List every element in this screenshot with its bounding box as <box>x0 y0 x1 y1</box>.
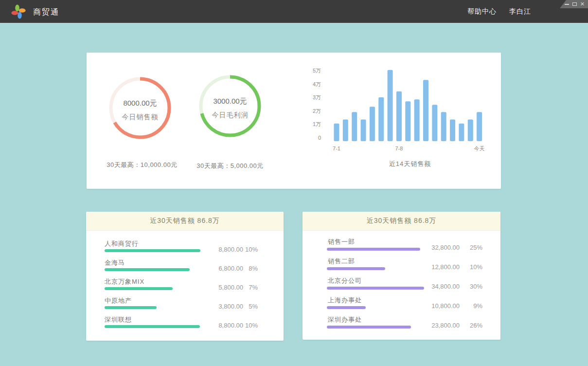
customer-rank-card: 近30天销售额 86.8万 人和商贸行8,800.0010%金海马6,800.0… <box>86 212 284 341</box>
rank-amount: 3,800.00 <box>199 303 243 310</box>
chart-bar <box>352 112 357 141</box>
rank-row: 金海马6,800.008% <box>86 258 284 278</box>
today-sales-gauge: 8000.00元 今日销售额 <box>107 75 173 141</box>
y-axis-tick: 1万 <box>313 121 321 127</box>
app-title: 商贸通 <box>33 7 59 18</box>
chart-bar <box>414 99 420 141</box>
rank-row: 中原地产3,800.005% <box>86 296 284 316</box>
rank-row: 人和商贸行8,800.0010% <box>86 239 284 259</box>
topbar: 商贸通 帮助中心 李白江 ✕ <box>0 0 588 23</box>
rank-bar <box>327 306 366 309</box>
today-sales-ring-icon <box>107 75 173 141</box>
rank-values: 23,800.0026% <box>416 322 482 329</box>
rank-amount: 32,800.00 <box>416 244 460 251</box>
rank-row: 销售二部12,800.0010% <box>303 257 500 276</box>
rank-bar <box>105 325 200 328</box>
overview-card: 8000.00元 今日销售额 30天最高：10,000.00元 3000.00元… <box>87 53 501 189</box>
rank-bar <box>105 287 173 290</box>
rank-percent: 9% <box>460 302 482 310</box>
sales-chart-title: 近14天销售额 <box>361 160 459 168</box>
chart-bar <box>334 124 339 141</box>
rank-values: 12,800.0010% <box>416 263 482 271</box>
y-axis-tick: 3万 <box>313 94 321 100</box>
rank-row: 深圳办事处23,800.0026% <box>303 315 500 335</box>
x-axis-label: 7-8 <box>395 146 403 151</box>
customer-rank-title: 近30天销售额 86.8万 <box>86 212 284 231</box>
chart-bar <box>343 119 348 141</box>
today-sales-value: 8000.00元 <box>107 99 173 108</box>
rank-label: 北京万象MIX <box>105 277 144 286</box>
rank-percent: 30% <box>460 283 482 290</box>
sales-chart-area: 01万2万3万4万5万7-17-8今天 <box>311 63 492 157</box>
rank-values: 3,800.005% <box>199 303 258 310</box>
maximize-icon[interactable] <box>572 2 577 6</box>
rank-row: 上海办事处10,800.009% <box>303 296 500 315</box>
rank-percent: 7% <box>243 284 258 291</box>
rank-bar <box>327 248 420 251</box>
profit-30d-max: 30天最高：5,000.00元 <box>177 162 284 170</box>
today-sales-label: 今日销售额 <box>107 113 173 122</box>
x-axis-label: 7-1 <box>333 146 340 151</box>
chart-bar <box>405 101 410 141</box>
y-axis-tick: 5万 <box>313 68 321 73</box>
rank-amount: 8,800.00 <box>199 246 243 253</box>
today-profit-gauge: 3000.00元 今日毛利润 <box>197 73 263 139</box>
chart-bar <box>396 92 402 141</box>
topbar-links: 帮助中心 李白江 <box>467 0 531 23</box>
department-rank-card: 近30天销售额 86.8万 销售一部32,800.0025%销售二部12,800… <box>303 212 500 340</box>
rank-amount: 5,800.00 <box>199 284 243 291</box>
chart-bar <box>370 107 375 141</box>
chart-bar <box>450 119 455 141</box>
rank-row: 深圳联想8,800.0010% <box>86 315 284 335</box>
pinwheel-logo-icon <box>11 4 26 19</box>
rank-label: 北京分公司 <box>328 276 362 285</box>
rank-label: 中原地产 <box>105 296 132 305</box>
rank-bar <box>327 287 424 290</box>
user-menu[interactable]: 李白江 <box>509 7 531 16</box>
rank-row: 销售一部32,800.0025% <box>303 238 500 257</box>
rank-values: 10,800.009% <box>416 302 482 310</box>
rank-label: 深圳办事处 <box>328 315 362 324</box>
rank-values: 5,800.007% <box>199 284 258 291</box>
rank-label: 销售二部 <box>328 257 355 266</box>
rank-percent: 26% <box>460 322 482 329</box>
rank-label: 销售一部 <box>328 238 355 246</box>
rank-amount: 34,800.00 <box>416 283 460 290</box>
minimize-icon[interactable] <box>565 4 569 5</box>
rank-amount: 12,800.00 <box>416 263 460 271</box>
rank-amount: 23,800.00 <box>416 322 460 329</box>
window-controls: ✕ <box>560 0 588 8</box>
rank-percent: 5% <box>243 303 258 310</box>
department-rank-title: 近30天销售额 86.8万 <box>303 212 500 231</box>
y-axis-tick: 4万 <box>313 81 321 87</box>
rank-amount: 8,800.00 <box>199 322 243 329</box>
rank-row: 北京万象MIX5,800.007% <box>86 277 284 297</box>
rank-percent: 10% <box>460 263 482 271</box>
today-profit-ring-icon <box>197 73 263 139</box>
help-center-link[interactable]: 帮助中心 <box>467 7 497 16</box>
chart-bar <box>441 112 446 141</box>
chart-bar <box>468 119 473 141</box>
rank-values: 34,800.0030% <box>416 283 482 290</box>
rank-bar <box>105 268 190 271</box>
rank-amount: 6,800.00 <box>199 265 243 272</box>
chart-bar <box>459 124 464 141</box>
chart-bar <box>378 97 384 141</box>
rank-label: 金海马 <box>105 258 125 267</box>
close-icon[interactable]: ✕ <box>580 1 585 7</box>
rank-label: 深圳联想 <box>105 315 132 324</box>
rank-values: 6,800.008% <box>199 265 258 272</box>
chart-bar <box>361 119 366 141</box>
chart-bar <box>432 105 437 141</box>
rank-label: 上海办事处 <box>328 296 362 305</box>
rank-bar <box>105 249 200 252</box>
rank-amount: 10,800.00 <box>416 302 460 310</box>
sales-bar-chart: 01万2万3万4万5万7-17-8今天 <box>311 63 492 157</box>
chart-bar <box>423 80 428 141</box>
today-profit-value: 3000.00元 <box>197 97 263 106</box>
rank-values: 8,800.0010% <box>199 322 258 329</box>
rank-bar <box>327 326 411 329</box>
today-profit-label: 今日毛利润 <box>197 111 263 120</box>
rank-row: 北京分公司34,800.0030% <box>303 276 500 296</box>
rank-label: 人和商贸行 <box>105 239 139 248</box>
